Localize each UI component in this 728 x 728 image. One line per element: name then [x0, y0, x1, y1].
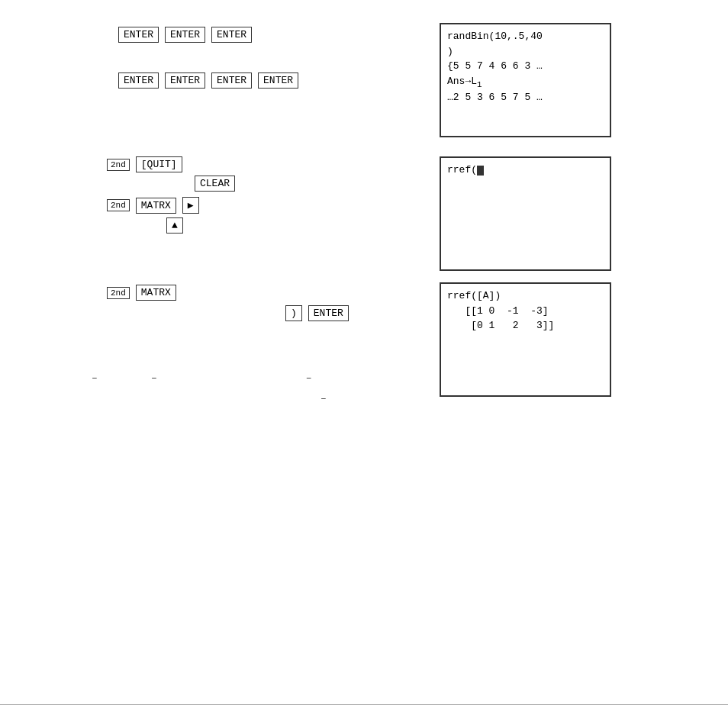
annotation-dashes-2: –: [321, 393, 327, 404]
matrx-btn-2[interactable]: MATRX: [136, 285, 176, 301]
screen-3: rref([A]) [[1 0 -1 -3] [0 1 2 3]]: [440, 282, 611, 397]
screen3-line1: rref([A]): [447, 288, 604, 304]
section2-row1: 2nd [QUIT]: [107, 156, 182, 172]
enter-btn-4[interactable]: ENTER: [118, 72, 159, 89]
enter-btn-6[interactable]: ENTER: [211, 72, 252, 89]
screen-2: rref(: [440, 156, 611, 271]
screen3-line2: [[1 0 -1 -3]: [447, 304, 604, 319]
enter-btn-3[interactable]: ENTER: [211, 27, 252, 43]
close-paren-btn[interactable]: ): [285, 305, 302, 321]
enter-btn-5[interactable]: ENTER: [165, 72, 205, 89]
arrow-right-btn[interactable]: ▶: [182, 197, 199, 214]
section2-up-arrow-row: ▲: [166, 217, 183, 234]
screen3-line3: [0 1 2 3]]: [447, 318, 604, 333]
screen1-line4: Ans→L1: [447, 74, 604, 91]
enter-btn-1[interactable]: ENTER: [118, 27, 159, 43]
2nd-btn-2[interactable]: 2nd: [107, 199, 130, 211]
clear-btn[interactable]: CLEAR: [195, 176, 235, 192]
matrx-btn-1[interactable]: MATRX: [136, 198, 176, 214]
bottom-separator: [0, 704, 728, 705]
cursor-block: [477, 166, 484, 176]
section2-matrx-row: 2nd MATRX ▶: [107, 197, 199, 214]
screen2-line1: rref(: [447, 163, 604, 178]
screen1-line3: {5 5 7 4 6 6 3 …: [447, 59, 604, 74]
enter-btn-2[interactable]: ENTER: [165, 27, 205, 43]
annotation-dashes-1: – – –: [92, 372, 312, 384]
section3-row2: ) ENTER: [285, 305, 349, 321]
2nd-btn-3[interactable]: 2nd: [107, 287, 130, 299]
row1-enter-buttons: ENTER ENTER ENTER: [118, 27, 252, 43]
2nd-btn-1[interactable]: 2nd: [107, 159, 130, 171]
screen1-line2: ): [447, 44, 604, 60]
enter-btn-7[interactable]: ENTER: [258, 72, 298, 89]
screen-1: randBin(10,.5,40 ) {5 5 7 4 6 6 3 … Ans→…: [440, 23, 611, 137]
quit-btn[interactable]: [QUIT]: [136, 156, 182, 172]
section3-row1: 2nd MATRX: [107, 285, 176, 301]
enter-btn-8[interactable]: ENTER: [308, 305, 349, 321]
screen1-line5: …2 5 3 6 5 7 5 …: [447, 90, 604, 105]
section2-clear-row: CLEAR: [195, 176, 235, 192]
arrow-up-btn[interactable]: ▲: [166, 217, 183, 234]
screen1-line1: randBin(10,.5,40: [447, 29, 604, 44]
page-container: ENTER ENTER ENTER ENTER ENTER ENTER ENTE…: [0, 0, 728, 728]
row2-enter-buttons: ENTER ENTER ENTER ENTER: [118, 72, 298, 89]
